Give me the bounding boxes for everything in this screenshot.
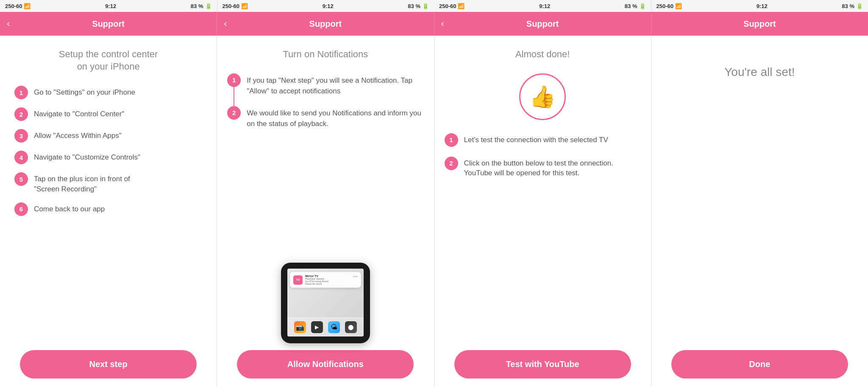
wifi-icon-2: 📶: [241, 3, 248, 9]
step-text-2: Navigate to "Control Center": [34, 107, 124, 119]
nav-bar-1: ‹ Support: [0, 12, 217, 36]
battery-2: 83 %: [408, 3, 420, 9]
step-text-3: Allow "Access Within Apps": [34, 129, 122, 141]
status-bar-1: 250-60 📶 9:12 83 % 🔋: [0, 0, 217, 12]
phone-notif-content: Mirror TV now Playback startedOn [TV] Li…: [305, 275, 358, 285]
notif-step-1: 1 If you tap "Next step" you will see a …: [227, 73, 423, 97]
notif-step-text-1: If you tap "Next step" you will see a No…: [247, 73, 423, 97]
status-bar-4: 250-60 📶 9:12 83 % 🔋: [651, 0, 868, 12]
notif-step-2: 2 We would like to send you Notification…: [227, 106, 423, 129]
dock-icon-remote: ▶: [311, 321, 323, 333]
test-youtube-button[interactable]: Test with YouTube: [454, 350, 631, 379]
battery-icon-4: 🔋: [856, 3, 863, 9]
status-bar-2: 250-60 📶 9:12 83 % 🔋: [217, 0, 434, 12]
nav-bar-4: Support: [651, 12, 868, 36]
phone-notif-time: now: [353, 275, 358, 278]
step-text-6: Come back to our app: [34, 202, 105, 214]
back-button-1[interactable]: ‹: [7, 18, 10, 29]
back-button-2[interactable]: ‹: [224, 18, 227, 29]
step-item-2: 2 Navigate to "Control Center": [14, 107, 206, 121]
carrier-2: 250-60: [223, 3, 239, 9]
battery-4: 83 %: [842, 3, 854, 9]
carrier-1: 250-60: [5, 3, 22, 9]
nav-title-4: Support: [743, 19, 776, 29]
nav-bars: ‹ Support ‹ Support ‹ Support Support: [0, 12, 868, 36]
phone-notif-body: Playback startedOn [TV] Living Room: [305, 278, 358, 283]
phone-screen: TV Mirror TV now Playback startedOn [TV]…: [287, 269, 364, 337]
notif-badge-2: 2: [227, 106, 241, 120]
wifi-icon-4: 📶: [675, 3, 682, 9]
phone-notif-app-icon: TV: [293, 275, 303, 285]
step-text-4: Navigate to "Customize Controls": [34, 150, 140, 163]
panel2-title: Turn on Notifications: [283, 48, 368, 61]
panel-notifications: Turn on Notifications 1 If you tap "Next…: [217, 36, 434, 387]
panel-setup-control-center: Setup the control centeron your iPhone 1…: [0, 36, 217, 387]
done-button[interactable]: Done: [671, 350, 848, 379]
action-step-1: 1 Let's test the connection with the sel…: [445, 133, 641, 147]
battery-1: 83 %: [191, 3, 203, 9]
notif-badge-1: 1: [227, 73, 241, 87]
nav-title-1: Support: [92, 19, 125, 29]
step-badge-4: 4: [14, 151, 28, 164]
step-text-1: Go to "Settings" on your iPhone: [34, 85, 135, 98]
battery-3: 83 %: [625, 3, 637, 9]
action-text-1: Let's test the connection with the selec…: [464, 133, 608, 145]
carrier-3: 250-60: [439, 3, 456, 9]
step-badge-2: 2: [14, 107, 28, 121]
phone-notif-title: Mirror TV: [305, 275, 318, 278]
panel2-steps: 1 If you tap "Next step" you will see a …: [227, 73, 423, 129]
step-item-1: 1 Go to "Settings" on your iPhone: [14, 85, 206, 99]
back-button-3[interactable]: ‹: [441, 18, 444, 29]
panels: Setup the control centeron your iPhone 1…: [0, 36, 868, 387]
battery-icon-2: 🔋: [422, 3, 429, 9]
panel3-steps: 1 Let's test the connection with the sel…: [445, 133, 641, 179]
wifi-icon-1: 📶: [24, 3, 31, 9]
step-badge-6: 6: [14, 202, 28, 216]
step-item-3: 3 Allow "Access Within Apps": [14, 129, 206, 143]
action-badge-2: 2: [445, 157, 458, 170]
nav-bar-3: ‹ Support: [434, 12, 651, 36]
step-text-5: Tap on the plus icon in front of"Screen …: [34, 172, 130, 194]
dock-icon-camera: ⬤: [345, 321, 357, 333]
step-badge-1: 1: [14, 86, 28, 99]
step-item-4: 4 Navigate to "Customize Controls": [14, 150, 206, 164]
step-item-5: 5 Tap on the plus icon in front of"Scree…: [14, 172, 206, 194]
phone-notif-sub: Press for more: [305, 283, 358, 285]
step-badge-3: 3: [14, 129, 28, 143]
battery-icon-1: 🔋: [205, 3, 212, 9]
phone-dock: 📷 ▶ 🌤 ⬤: [287, 317, 364, 337]
dock-icon-weather: 🌤: [328, 321, 340, 333]
time-2: 9:12: [323, 3, 334, 9]
step-item-6: 6 Come back to our app: [14, 202, 206, 216]
phone-notification-banner: TV Mirror TV now Playback startedOn [TV]…: [290, 272, 361, 288]
action-badge-1: 1: [445, 133, 458, 147]
battery-icon-3: 🔋: [639, 3, 646, 9]
dock-icon-photos: 📷: [294, 321, 306, 333]
step-badge-5: 5: [14, 172, 28, 186]
allow-notifications-button[interactable]: Allow Notifications: [237, 350, 414, 379]
wifi-icon-3: 📶: [458, 3, 465, 9]
action-step-2: 2 Click on the button below to test the …: [445, 156, 641, 179]
notif-step-line-1: [234, 87, 234, 108]
next-step-button[interactable]: Next step: [20, 350, 197, 379]
time-4: 9:12: [757, 3, 768, 9]
nav-title-2: Support: [309, 19, 342, 29]
nav-title-3: Support: [526, 19, 559, 29]
panel3-title: Almost done!: [515, 48, 570, 61]
time-1: 9:12: [105, 3, 116, 9]
thumbs-up-icon: 👍: [519, 73, 566, 120]
nav-bar-2: ‹ Support: [217, 12, 434, 36]
panel-almost-done: Almost done! 👍 1 Let's test the connecti…: [434, 36, 651, 387]
phone-mockup: TV Mirror TV now Playback startedOn [TV]…: [281, 263, 370, 343]
action-text-2: Click on the button below to test the on…: [464, 156, 641, 179]
panel-all-set: You're all set! Done: [651, 36, 868, 387]
status-bar-3: 250-60 📶 9:12 83 % 🔋: [434, 0, 651, 12]
time-3: 9:12: [539, 3, 550, 9]
panel1-title: Setup the control centeron your iPhone: [59, 48, 158, 73]
status-bars: 250-60 📶 9:12 83 % 🔋 250-60 📶 9:12 83 % …: [0, 0, 868, 12]
notif-step-text-2: We would like to send you Notifications …: [247, 106, 423, 129]
panel1-steps-list: 1 Go to "Settings" on your iPhone 2 Navi…: [10, 85, 206, 216]
panel4-title: You're all set!: [724, 65, 795, 79]
carrier-4: 250-60: [657, 3, 673, 9]
